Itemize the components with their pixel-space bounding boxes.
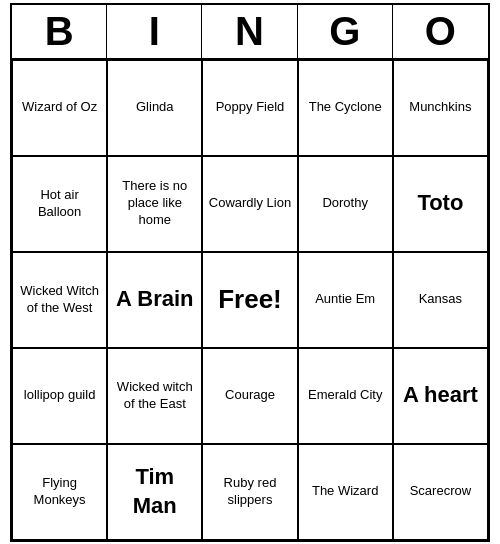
- bingo-cell-5: Hot air Balloon: [12, 156, 107, 252]
- bingo-cell-11: A Brain: [107, 252, 202, 348]
- bingo-cell-15: lollipop guild: [12, 348, 107, 444]
- bingo-cell-1: Glinda: [107, 60, 202, 156]
- bingo-cell-17: Courage: [202, 348, 297, 444]
- header-letter-g: G: [298, 5, 393, 58]
- bingo-cell-21: Tim Man: [107, 444, 202, 540]
- bingo-grid: Wizard of OzGlindaPoppy FieldThe Cyclone…: [12, 60, 488, 540]
- bingo-cell-9: Toto: [393, 156, 488, 252]
- bingo-cell-24: Scarecrow: [393, 444, 488, 540]
- bingo-cell-18: Emerald City: [298, 348, 393, 444]
- bingo-cell-12: Free!: [202, 252, 297, 348]
- bingo-cell-22: Ruby red slippers: [202, 444, 297, 540]
- bingo-cell-10: Wicked Witch of the West: [12, 252, 107, 348]
- header-letter-b: B: [12, 5, 107, 58]
- bingo-cell-6: There is no place like home: [107, 156, 202, 252]
- header-letter-o: O: [393, 5, 488, 58]
- bingo-cell-8: Dorothy: [298, 156, 393, 252]
- bingo-card: BINGO Wizard of OzGlindaPoppy FieldThe C…: [10, 3, 490, 542]
- bingo-cell-3: The Cyclone: [298, 60, 393, 156]
- bingo-cell-19: A heart: [393, 348, 488, 444]
- header-letter-n: N: [202, 5, 297, 58]
- header-letter-i: I: [107, 5, 202, 58]
- bingo-cell-20: Flying Monkeys: [12, 444, 107, 540]
- bingo-cell-23: The Wizard: [298, 444, 393, 540]
- bingo-cell-13: Auntie Em: [298, 252, 393, 348]
- bingo-header: BINGO: [12, 5, 488, 60]
- bingo-cell-0: Wizard of Oz: [12, 60, 107, 156]
- bingo-cell-7: Cowardly Lion: [202, 156, 297, 252]
- bingo-cell-2: Poppy Field: [202, 60, 297, 156]
- bingo-cell-16: Wicked witch of the East: [107, 348, 202, 444]
- bingo-cell-14: Kansas: [393, 252, 488, 348]
- bingo-cell-4: Munchkins: [393, 60, 488, 156]
